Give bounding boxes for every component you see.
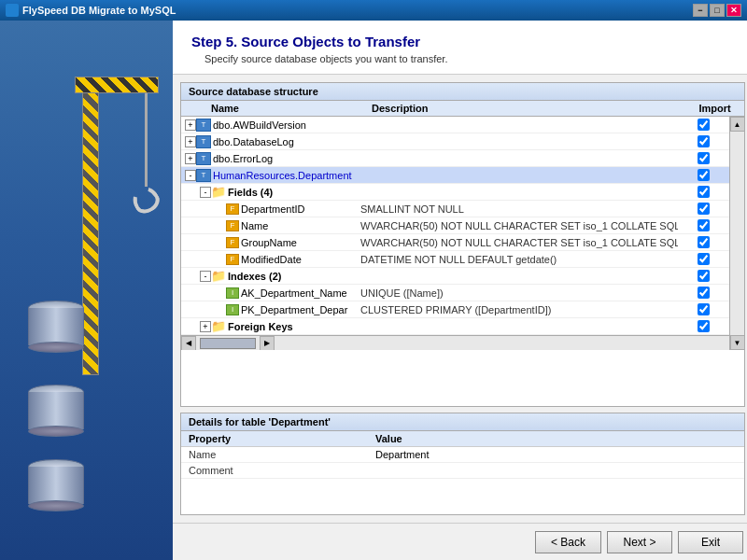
- back-button[interactable]: < Back: [535, 531, 601, 553]
- tree-item-desc: CLUSTERED PRIMARY ([DepartmentID]): [360, 304, 678, 315]
- tree-checkbox[interactable]: [698, 152, 710, 164]
- tree-container: + T dbo.AWBuildVersion + T dbo.DatabaseL…: [181, 117, 729, 335]
- table-icon: T: [196, 135, 211, 148]
- tree-item-label: HumanResources.Department: [211, 170, 360, 181]
- details-table: Property Value Name Department Comment: [181, 431, 744, 479]
- tree-toggle[interactable]: +: [185, 119, 196, 131]
- scroll-thumb[interactable]: [200, 338, 256, 349]
- details-col-value: Value: [368, 431, 744, 447]
- tree-item-check[interactable]: [678, 186, 729, 198]
- tree-row[interactable]: I AK_Department_Name UNIQUE ([Name]): [181, 285, 729, 301]
- folder-icon: 📁: [211, 320, 226, 333]
- tree-item-label: dbo.AWBuildVersion: [211, 119, 360, 131]
- scroll-down-button[interactable]: ▼: [730, 335, 745, 350]
- tree-checkbox[interactable]: [698, 186, 710, 198]
- scroll-track: [730, 132, 744, 335]
- tree-item-check[interactable]: [678, 236, 729, 248]
- horizontal-scrollbar[interactable]: ◀ ▶: [181, 335, 729, 350]
- tree-checkbox[interactable]: [698, 236, 710, 248]
- table-icon: T: [196, 152, 211, 165]
- tree-row[interactable]: I PK_Department_Depar CLUSTERED PRIMARY …: [181, 301, 729, 318]
- db-cylinder-2: [28, 385, 84, 437]
- tree-item-label: DepartmentID: [239, 203, 360, 215]
- tree-checkbox[interactable]: [698, 119, 710, 131]
- tree-checkbox[interactable]: [698, 203, 710, 215]
- tree-item-label: dbo.DatabaseLog: [211, 136, 360, 147]
- tree-item-label: ModifiedDate: [239, 254, 360, 265]
- tree-item-label: PK_Department_Depar: [239, 304, 360, 315]
- crane-decoration: [0, 21, 173, 560]
- tree-item-check[interactable]: [678, 152, 729, 164]
- tree-toggle[interactable]: -: [185, 170, 196, 181]
- tree-item-check[interactable]: [678, 169, 729, 181]
- tree-row[interactable]: F GroupName WVARCHAR(50) NOT NULL CHARAC…: [181, 234, 729, 251]
- tree-row[interactable]: + T dbo.DatabaseLog: [181, 133, 729, 150]
- app-icon: [6, 4, 19, 17]
- tree-row[interactable]: + T dbo.AWBuildVersion: [181, 117, 729, 133]
- tree-item-label: Name: [239, 220, 360, 231]
- tree-item-check[interactable]: [678, 219, 729, 231]
- tree-item-check[interactable]: [678, 270, 729, 282]
- right-panel: Step 5. Source Objects to Transfer Speci…: [173, 21, 747, 560]
- col-name: Name: [211, 103, 239, 114]
- scroll-up-button[interactable]: ▲: [730, 117, 745, 132]
- col-description: Description: [372, 103, 689, 114]
- next-button[interactable]: Next >: [607, 531, 672, 553]
- tree-checkbox[interactable]: [698, 219, 710, 231]
- tree-item-desc: WVARCHAR(50) NOT NULL CHARACTER SET iso_…: [360, 220, 678, 231]
- tree-row[interactable]: F ModifiedDate DATETIME NOT NULL DEFAULT…: [181, 251, 729, 268]
- folder-icon: 📁: [211, 270, 226, 283]
- db-cylinder-1: [28, 301, 84, 353]
- tree-checkbox[interactable]: [698, 135, 710, 147]
- tree-row[interactable]: - 📁 Fields (4): [181, 184, 729, 201]
- tree-toggle[interactable]: +: [185, 153, 196, 164]
- tree-checkbox[interactable]: [698, 303, 710, 315]
- tree-toggle[interactable]: +: [200, 321, 211, 332]
- field-icon: F: [226, 203, 239, 215]
- tree-item-desc: UNIQUE ([Name]): [360, 287, 678, 299]
- tree-item-check[interactable]: [678, 287, 729, 299]
- scroll-left-button[interactable]: ◀: [181, 336, 196, 351]
- tree-toggle[interactable]: -: [200, 271, 211, 282]
- tree-item-label: GroupName: [239, 237, 360, 248]
- tree-item-check[interactable]: [678, 320, 729, 332]
- maximize-button[interactable]: □: [710, 4, 725, 17]
- tree-row[interactable]: F DepartmentID SMALLINT NOT NULL: [181, 201, 729, 217]
- minimize-button[interactable]: −: [693, 4, 708, 17]
- tree-checkbox[interactable]: [698, 320, 710, 332]
- tree-checkbox[interactable]: [698, 287, 710, 299]
- tree-toggle[interactable]: -: [200, 187, 211, 198]
- left-panel: [0, 21, 173, 560]
- tree-item-check[interactable]: [678, 253, 729, 265]
- tree-checkbox[interactable]: [698, 270, 710, 282]
- tree-item-check[interactable]: [678, 203, 729, 215]
- step-header: Step 5. Source Objects to Transfer Speci…: [173, 21, 747, 75]
- source-section-header: Source database structure: [181, 83, 744, 101]
- window-title: FlySpeed DB Migrate to MySQL: [22, 5, 176, 16]
- tree-row[interactable]: - 📁 Indexes (2): [181, 268, 729, 285]
- scroll-right-button[interactable]: ▶: [260, 336, 275, 351]
- field-icon: F: [226, 220, 239, 231]
- table-icon: T: [196, 169, 211, 182]
- tree-item-label: Foreign Keys: [226, 321, 360, 332]
- detail-property: Name: [181, 447, 368, 463]
- tree-item-check[interactable]: [678, 303, 729, 315]
- tree-toggle[interactable]: +: [185, 136, 196, 147]
- vertical-scrollbar[interactable]: ▲ ▼: [729, 117, 744, 350]
- tree-row[interactable]: + T dbo.ErrorLog: [181, 150, 729, 167]
- tree-row[interactable]: + 📁 Foreign Keys: [181, 318, 729, 335]
- step-subtitle: Specify source database objects you want…: [191, 53, 734, 64]
- details-header: Details for table 'Department': [181, 413, 744, 431]
- tree-checkbox[interactable]: [698, 253, 710, 265]
- details-row: Comment: [181, 463, 744, 479]
- tree-item-check[interactable]: [678, 135, 729, 147]
- tree-row[interactable]: - T HumanResources.Department: [181, 167, 729, 184]
- index-icon: I: [226, 304, 239, 315]
- details-body: Name Department Comment: [181, 447, 744, 479]
- tree-row[interactable]: F Name WVARCHAR(50) NOT NULL CHARACTER S…: [181, 217, 729, 234]
- tree-checkbox[interactable]: [698, 169, 710, 181]
- exit-button[interactable]: Exit: [678, 531, 743, 553]
- close-button[interactable]: ✕: [726, 4, 741, 17]
- tree-item-check[interactable]: [678, 119, 729, 131]
- tree-scroll[interactable]: + T dbo.AWBuildVersion + T dbo.DatabaseL…: [181, 117, 729, 350]
